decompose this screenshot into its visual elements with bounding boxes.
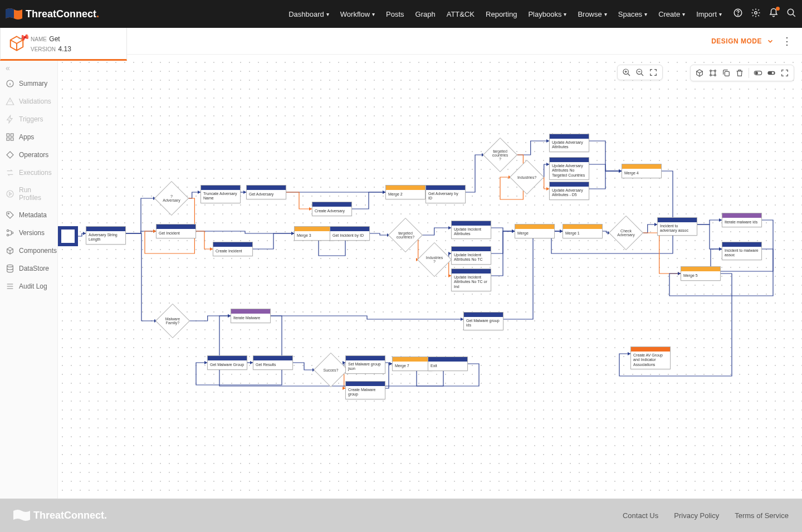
- sidebar-item-triggers[interactable]: Triggers: [0, 110, 57, 128]
- svg-point-25: [772, 72, 774, 74]
- node-header-bar: [515, 224, 554, 229]
- design-mode-selector[interactable]: DESIGN MODE: [711, 37, 774, 45]
- search-icon[interactable]: [786, 8, 796, 20]
- help-icon[interactable]: [733, 8, 743, 20]
- nav-item-att&ck[interactable]: ATT&CK: [447, 10, 475, 18]
- app-node-merge1[interactable]: Merge 1: [563, 224, 603, 238]
- svg-rect-21: [725, 71, 729, 76]
- sidebar-item-audit-log[interactable]: Audit Log: [0, 277, 57, 295]
- app-node-uaant[interactable]: Update Adversary Attributes No Targeted …: [549, 157, 589, 180]
- app-node-i2m[interactable]: Incident to malware assoc: [722, 242, 762, 260]
- trash-icon[interactable]: [735, 69, 744, 77]
- sidebar-item-metadata[interactable]: Metadata: [0, 206, 57, 224]
- sidebar-label: DataStore: [19, 265, 49, 272]
- start-node[interactable]: [58, 226, 78, 246]
- app-node-createinc[interactable]: Create Incident: [213, 242, 253, 256]
- brand-logo[interactable]: ThreatConnect.: [6, 7, 99, 21]
- app-node-getadv[interactable]: Get Adversary: [246, 185, 286, 199]
- app-node-merge2[interactable]: Merge 2: [385, 185, 426, 199]
- cube-icon: 📌: [8, 35, 25, 52]
- app-node-getres[interactable]: Get Results: [253, 355, 293, 370]
- sidebar-label: Validations: [19, 97, 51, 105]
- info-icon: [6, 79, 14, 88]
- nav-item-spaces[interactable]: Spaces ▾: [618, 10, 647, 18]
- nav-item-import[interactable]: Import ▾: [696, 10, 722, 18]
- warning-icon: [6, 97, 14, 106]
- playbook-header-card[interactable]: 📌 NAME Get VERSION 4.13: [0, 28, 127, 61]
- nav-item-create[interactable]: Create ▾: [658, 10, 685, 18]
- sidebar-item-run-profiles[interactable]: Run Profiles: [0, 182, 57, 206]
- footer-link-privacy-policy[interactable]: Privacy Policy: [674, 511, 719, 520]
- sidebar-item-executions[interactable]: Executions: [0, 164, 57, 182]
- brand-text-1: Threat: [26, 8, 56, 19]
- playbook-canvas[interactable]: Adversary String Length?AdversaryTruncat…: [58, 58, 802, 499]
- app-node-merge7[interactable]: Merge 7: [392, 357, 432, 371]
- footer-link-contact-us[interactable]: Contact Us: [623, 511, 658, 520]
- node-label: Get Malware group ids: [464, 317, 503, 330]
- nav-item-playbooks[interactable]: Playbooks ▾: [528, 10, 566, 18]
- node-label: Incident to malware assoc: [722, 247, 761, 260]
- app-node-getmalgids[interactable]: Get Malware group ids: [463, 312, 503, 330]
- app-node-merge3[interactable]: Merge 3: [294, 226, 334, 241]
- app-node-uaa[interactable]: Update Adversary Attributes: [549, 134, 589, 152]
- app-node-asl[interactable]: Adversary String Length: [86, 226, 126, 245]
- app-node-getmalgrp[interactable]: Get Malware Group: [207, 355, 247, 370]
- nav-item-reporting[interactable]: Reporting: [486, 10, 517, 18]
- node-header-bar: [426, 186, 465, 190]
- app-node-uaad5[interactable]: Update Adversary Attributes - D5: [549, 182, 589, 200]
- footer-links: Contact UsPrivacy PolicyTerms of Service: [607, 511, 789, 520]
- gear-icon[interactable]: [751, 8, 761, 20]
- sidebar-item-apps[interactable]: Apps: [0, 128, 57, 146]
- sidebar-item-versions[interactable]: Versions: [0, 224, 57, 242]
- sidebar-label: Audit Log: [19, 282, 47, 290]
- app-node-uianc[interactable]: Update Incident Attributes No TC: [451, 246, 491, 265]
- app-node-createadv[interactable]: Create Adversary: [312, 202, 352, 216]
- nav-item-graph[interactable]: Graph: [415, 10, 436, 18]
- toggle-off-icon[interactable]: [754, 69, 762, 77]
- notifications-icon[interactable]: [769, 8, 779, 20]
- app-node-merge5[interactable]: Merge 5: [681, 266, 721, 281]
- nav-item-posts[interactable]: Posts: [386, 10, 404, 18]
- app-node-setmal[interactable]: Set Malware group json: [345, 355, 385, 374]
- app-node-i2a[interactable]: Incident to adversary assoc: [657, 217, 697, 236]
- app-node-merge4[interactable]: Merge 4: [622, 164, 662, 178]
- sidebar-collapse[interactable]: «: [0, 61, 57, 75]
- nav-item-dashboard[interactable]: Dashboard ▾: [288, 10, 329, 18]
- node-header-bar: [550, 134, 589, 139]
- app-node-exit[interactable]: Exit: [428, 357, 468, 371]
- app-node-createmalg[interactable]: Create Malware group: [345, 381, 385, 399]
- branch-icon: [6, 228, 14, 237]
- chevron-down-icon: ▾: [564, 11, 566, 17]
- zoom-in-icon[interactable]: [622, 68, 631, 77]
- app-node-getadvid[interactable]: Get Adversary by ID: [426, 185, 466, 203]
- arrange-icon[interactable]: [708, 69, 717, 77]
- nav-item-browse[interactable]: Browse ▾: [578, 10, 607, 18]
- app-node-iteratemid[interactable]: Iterate malware ids: [722, 213, 762, 227]
- toggle-on-icon[interactable]: [767, 69, 776, 77]
- app-node-getincid[interactable]: Get Incident by ID: [330, 226, 370, 241]
- node-header-bar: [464, 313, 503, 317]
- zoom-out-icon[interactable]: [635, 68, 644, 77]
- footer-link-terms-of-service[interactable]: Terms of Service: [735, 511, 789, 520]
- sidebar-item-components[interactable]: Components: [0, 242, 57, 260]
- node-header-bar: [157, 224, 195, 229]
- chevron-down-icon: ▾: [372, 11, 375, 17]
- node-header-bar: [386, 186, 425, 190]
- copy-icon[interactable]: [722, 69, 731, 77]
- app-node-uiancoi[interactable]: Update Incident Attributes No TC or Ind: [451, 269, 491, 291]
- sidebar-item-validations[interactable]: Validations: [0, 92, 57, 110]
- fullscreen-icon[interactable]: [780, 69, 789, 77]
- app-node-uia[interactable]: Update Incident Attributes: [451, 221, 491, 239]
- sidebar-item-summary[interactable]: Summary: [0, 75, 57, 92]
- app-node-itermal[interactable]: Iterate Malware: [231, 309, 271, 323]
- app-node-getincident[interactable]: Get Incident: [156, 224, 196, 238]
- app-node-createav[interactable]: Create AV Group and Indicator Associatio…: [630, 346, 671, 369]
- nav-item-workflow[interactable]: Workflow ▾: [340, 10, 375, 18]
- fit-icon[interactable]: [649, 68, 658, 77]
- cube-icon[interactable]: [695, 69, 704, 77]
- app-node-trunc[interactable]: Truncate Adversary Name: [200, 185, 241, 203]
- more-menu-icon[interactable]: ⋮: [782, 35, 792, 47]
- sidebar-item-operators[interactable]: Operators: [0, 146, 57, 164]
- sidebar-item-datastore[interactable]: DataStore: [0, 260, 57, 277]
- app-node-merge[interactable]: Merge: [515, 224, 555, 238]
